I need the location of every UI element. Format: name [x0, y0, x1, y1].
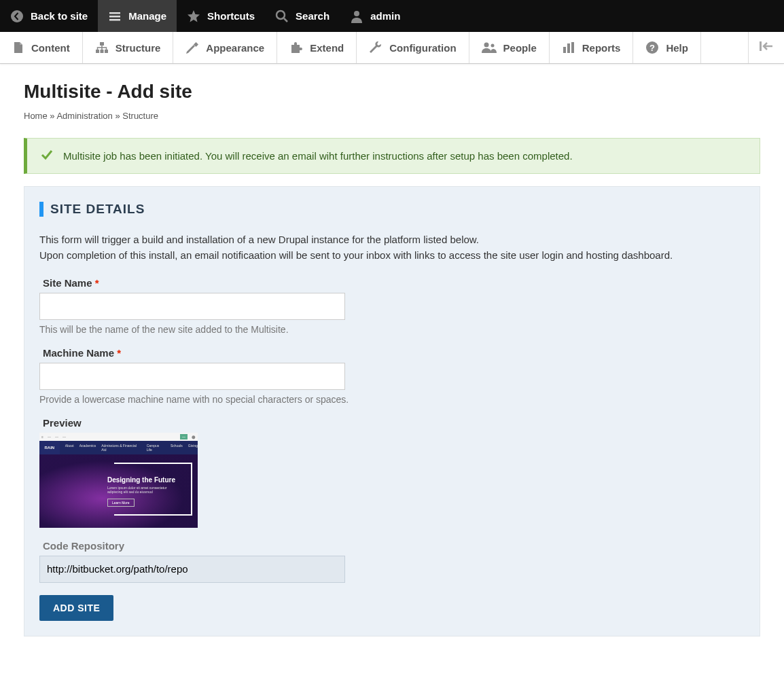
appearance-label: Appearance [206, 42, 264, 54]
panel-heading: SITE DETAILS [39, 202, 745, 217]
svg-rect-9 [100, 50, 103, 53]
svg-point-4 [277, 11, 285, 19]
appearance-link[interactable]: Appearance [173, 32, 277, 63]
people-label: People [503, 42, 537, 54]
shortcuts-label: Shortcuts [207, 10, 255, 22]
user-icon [350, 10, 363, 23]
manage-link[interactable]: Manage [98, 0, 177, 32]
people-link[interactable]: People [469, 32, 550, 63]
puzzle-icon [289, 41, 303, 54]
required-marker: * [117, 347, 121, 359]
toolbar-admin: Content Structure Appearance Extend Conf… [0, 32, 784, 64]
code-repo-group: Code Repository [39, 540, 745, 583]
svg-rect-2 [109, 16, 120, 18]
structure-link[interactable]: Structure [83, 32, 174, 63]
search-link[interactable]: Search [265, 0, 340, 32]
svg-rect-7 [100, 42, 104, 46]
svg-rect-10 [105, 50, 108, 53]
svg-rect-15 [567, 43, 570, 53]
bar-chart-icon [562, 41, 575, 54]
status-message-success: Multisite job has been initiated. You wi… [24, 138, 760, 174]
breadcrumb-structure[interactable]: Structure [122, 111, 158, 121]
svg-point-6 [354, 11, 359, 16]
back-to-site-label: Back to site [31, 10, 88, 22]
breadcrumb-administration[interactable]: Administration [56, 111, 112, 121]
extend-label: Extend [310, 42, 344, 54]
help-link[interactable]: ? Help [633, 32, 701, 63]
back-arrow-icon [10, 10, 24, 23]
panel-description: This form will trigger a build and insta… [39, 232, 745, 264]
preview-label: Preview [43, 417, 745, 429]
help-label: Help [666, 42, 688, 54]
reports-link[interactable]: Reports [550, 32, 634, 63]
checkmark-icon [41, 149, 53, 163]
collapse-icon [759, 40, 774, 55]
manage-label: Manage [128, 10, 166, 22]
breadcrumb: Home » Administration » Structure [24, 111, 760, 121]
preview-group: Preview ≡————⬤ RAIN AboutAcademicsAdmiss… [39, 417, 745, 528]
question-icon: ? [645, 41, 659, 54]
required-marker: * [95, 277, 99, 289]
machine-name-help: Provide a lowercase machine name with no… [39, 394, 745, 405]
extend-link[interactable]: Extend [277, 32, 357, 63]
content-link[interactable]: Content [0, 32, 83, 63]
page-title: Multisite - Add site [24, 81, 760, 103]
svg-line-5 [284, 18, 287, 22]
content-label: Content [31, 42, 70, 54]
configuration-link[interactable]: Configuration [357, 32, 469, 63]
svg-point-0 [11, 10, 23, 22]
back-to-site-link[interactable]: Back to site [0, 0, 98, 32]
svg-rect-19 [760, 41, 762, 51]
status-message-text: Multisite job has been initiated. You wi… [63, 150, 573, 162]
code-repo-label: Code Repository [43, 540, 745, 552]
machine-name-input[interactable] [39, 363, 345, 390]
structure-label: Structure [115, 42, 161, 54]
shortcuts-link[interactable]: Shortcuts [177, 0, 265, 32]
search-label: Search [296, 10, 329, 22]
user-link[interactable]: admin [340, 0, 410, 32]
site-name-input[interactable] [39, 293, 345, 320]
code-repo-input [39, 556, 345, 583]
svg-rect-3 [109, 19, 120, 21]
machine-name-label: Machine Name * [43, 347, 745, 359]
svg-rect-1 [109, 12, 120, 14]
add-site-button[interactable]: ADD SITE [39, 595, 113, 621]
svg-text:?: ? [649, 43, 655, 53]
site-details-panel: SITE DETAILS This form will trigger a bu… [24, 186, 760, 636]
toolbar-collapse-button[interactable] [748, 32, 784, 63]
reports-label: Reports [582, 42, 621, 54]
toolbar-top: Back to site Manage Shortcuts Search adm… [0, 0, 784, 32]
wrench-icon [369, 41, 382, 54]
structure-icon [95, 41, 109, 54]
svg-rect-8 [96, 50, 99, 53]
hamburger-icon [108, 10, 122, 23]
svg-rect-16 [571, 42, 574, 53]
machine-name-group: Machine Name * Provide a lowercase machi… [39, 347, 745, 405]
site-name-group: Site Name * This will be the name of the… [39, 277, 745, 335]
star-icon [187, 10, 200, 23]
people-icon [482, 41, 497, 54]
site-name-help: This will be the name of the new site ad… [39, 324, 745, 335]
preview-thumbnail: ≡————⬤ RAIN AboutAcademicsAdmissions & F… [39, 433, 198, 528]
breadcrumb-home[interactable]: Home [24, 111, 48, 121]
svg-rect-14 [563, 47, 566, 53]
site-name-label: Site Name * [43, 277, 745, 289]
user-label: admin [370, 10, 400, 22]
configuration-label: Configuration [389, 42, 456, 54]
svg-point-13 [491, 44, 494, 48]
document-icon [12, 41, 24, 54]
content-area: Multisite - Add site Home » Administrati… [0, 64, 784, 653]
magnifier-icon [275, 10, 289, 23]
appearance-icon [185, 41, 199, 54]
svg-point-12 [484, 43, 488, 48]
